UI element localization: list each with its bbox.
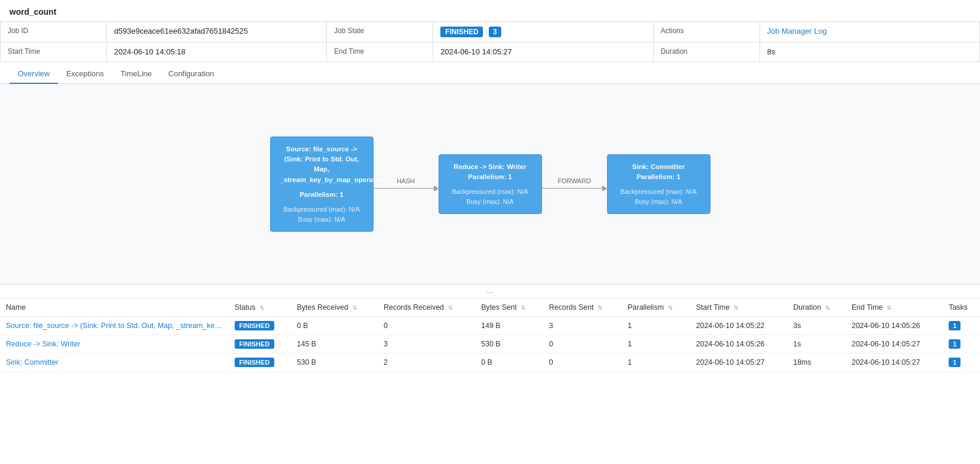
table-row: Sink: Committer FINISHED 530 B 2 0 B 0 1… [0,353,980,372]
row-records-sent-1: 0 [543,335,622,353]
sort-icon-records-sent: ⇅ [598,304,602,311]
sort-icon-records-received: ⇅ [448,304,453,311]
tab-overview[interactable]: Overview [9,64,58,84]
row-name-1[interactable]: Reduce -> Sink: Writer [0,335,229,353]
table-header-row: Name Status ⇅ Bytes Received ⇅ Records R… [0,298,980,317]
col-parallelism[interactable]: Parallelism ⇅ [622,298,690,317]
diagram-area: Source: file_source -> (Sink: Print to S… [0,84,980,285]
flow-node-3-busy: Busy (max): N/A [617,197,700,207]
duration-label-cell: Duration [654,43,760,62]
start-time-value: 2024-06-10 14:05:18 [114,47,319,56]
duration-label: Duration [661,47,752,56]
row-end-time-1: 2024-06-10 14:05:27 [846,335,943,353]
job-state-num-badge: 3 [489,27,501,37]
col-end-time[interactable]: End Time ⇅ [846,298,943,317]
arrow-head-2 [602,186,607,192]
tabs-bar: Overview Exceptions TimeLine Configurati… [0,64,980,84]
flow-arrow-2-line [542,186,607,192]
sort-icon-status: ⇅ [259,304,264,311]
end-time-value-cell: 2024-06-10 14:05:27 [433,43,653,62]
arrow-line-2 [542,188,602,189]
flow-node-2-title: Reduce -> Sink: WriterParallelism: 1 [449,162,532,183]
row-records-sent-0: 3 [543,317,622,335]
job-manager-log-link[interactable]: Job Manager Log [767,27,972,35]
flow-arrow-1-line [374,186,439,192]
flow-node-3[interactable]: Sink: CommitterParallelism: 1 Backpressu… [607,154,710,215]
row-status-0: FINISHED [229,317,291,335]
flow-node-2-busy: Busy (max): N/A [449,197,532,207]
col-status[interactable]: Status ⇅ [229,298,291,317]
row-parallelism-1: 1 [622,335,690,353]
arrow-head-1 [434,186,439,192]
start-time-label-cell: Start Time [1,43,107,62]
sort-icon-start-time: ⇅ [734,304,738,311]
flow-arrow-1-label: HASH [397,177,415,184]
tasks-badge-0: 1 [949,321,960,330]
row-bytes-received-0: 0 B [291,317,378,335]
row-status-badge-1: FINISHED [235,339,274,349]
end-time-label-cell: End Time [327,43,433,62]
row-bytes-sent-0: 149 B [475,317,543,335]
job-id-value-cell: d593e9ceace61ee632afad7651842525 [107,22,327,43]
sort-icon-duration: ⇅ [825,304,830,311]
end-time-label: End Time [334,47,426,56]
job-id-label: Job ID [8,27,99,35]
col-duration[interactable]: Duration ⇅ [787,298,846,317]
col-bytes-sent[interactable]: Bytes Sent ⇅ [475,298,543,317]
row-parallelism-2: 1 [622,353,690,372]
flow-node-3-backpressured: Backpressured (max): N/A [617,187,700,197]
row-status-2: FINISHED [229,353,291,372]
row-name-0[interactable]: Source: file_source -> (Sink: Print to S… [0,317,229,335]
tasks-badge-1: 1 [949,339,960,349]
actions-value-cell[interactable]: Job Manager Log [760,22,980,43]
start-time-value-cell: 2024-06-10 14:05:18 [107,43,327,62]
row-duration-1: 1s [787,335,846,353]
row-bytes-sent-2: 0 B [475,353,543,372]
flow-arrow-2-label: FORWARD [557,177,590,184]
start-time-label: Start Time [8,47,99,56]
job-id-value: d593e9ceace61ee632afad7651842525 [114,27,319,35]
row-end-time-0: 2024-06-10 14:05:26 [846,317,943,335]
row-tasks-2: 1 [943,353,980,372]
job-state-value-cell: FINISHED 3 [433,22,653,43]
row-duration-0: 3s [787,317,846,335]
col-start-time[interactable]: Start Time ⇅ [690,298,787,317]
row-records-received-0: 0 [378,317,475,335]
row-end-time-2: 2024-06-10 14:05:27 [846,353,943,372]
tab-configuration[interactable]: Configuration [160,64,222,84]
flow-node-2-backpressured: Backpressured (max): N/A [449,187,532,197]
row-status-badge-0: FINISHED [235,321,274,330]
row-duration-2: 18ms [787,353,846,372]
job-id-label-cell: Job ID [1,22,107,43]
sort-icon-parallelism: ⇅ [668,304,673,311]
row-records-received-1: 3 [378,335,475,353]
tab-timeline[interactable]: TimeLine [112,64,160,84]
flow-node-1-parallelism: Parallelism: 1 [280,190,364,200]
row-start-time-0: 2024-06-10 14:05:22 [690,317,787,335]
col-records-received[interactable]: Records Received ⇅ [378,298,475,317]
col-bytes-received[interactable]: Bytes Received ⇅ [291,298,378,317]
flow-container: Source: file_source -> (Sink: Print to S… [270,137,710,232]
duration-value: 8s [767,47,972,56]
row-bytes-received-1: 145 B [291,335,378,353]
sort-icon-bytes-sent: ⇅ [521,304,525,311]
flow-arrow-1: HASH [374,177,439,192]
col-tasks: Tasks [943,298,980,317]
actions-label: Actions [661,27,752,35]
table-row: Source: file_source -> (Sink: Print to S… [0,317,980,335]
col-records-sent[interactable]: Records Sent ⇅ [543,298,622,317]
flow-node-2[interactable]: Reduce -> Sink: WriterParallelism: 1 Bac… [439,154,542,215]
ellipsis-row: ··· [0,285,980,298]
info-grid: Job ID d593e9ceace61ee632afad7651842525 … [0,21,980,62]
table-row: Reduce -> Sink: Writer FINISHED 145 B 3 … [0,335,980,353]
flow-node-1-backpressured: Backpressured (max): N/A [280,205,364,215]
tasks-badge-2: 1 [949,358,960,367]
flow-node-3-title: Sink: CommitterParallelism: 1 [617,162,700,183]
tab-exceptions[interactable]: Exceptions [58,64,112,84]
actions-label-cell: Actions [654,22,760,43]
flow-node-1[interactable]: Source: file_source -> (Sink: Print to S… [270,137,374,232]
row-bytes-sent-1: 530 B [475,335,543,353]
row-start-time-1: 2024-06-10 14:05:26 [690,335,787,353]
row-name-2[interactable]: Sink: Committer [0,353,229,372]
row-start-time-2: 2024-06-10 14:05:27 [690,353,787,372]
